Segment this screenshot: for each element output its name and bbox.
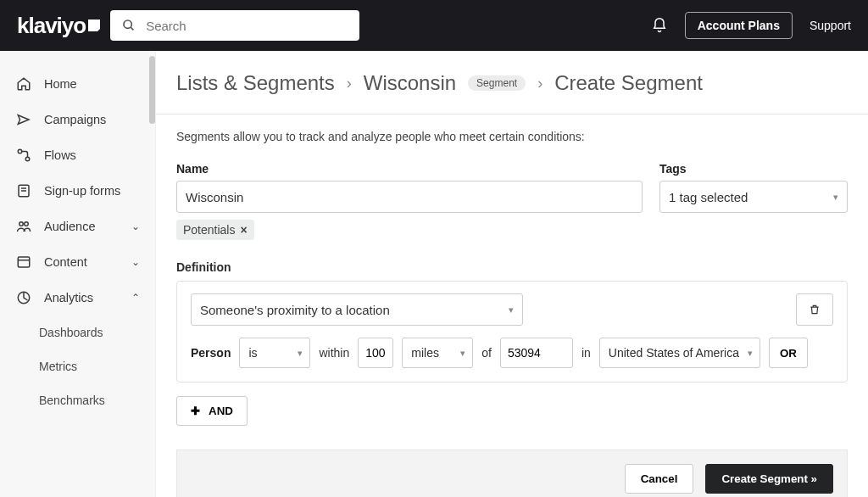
tags-select[interactable]: 1 tag selected ▾ (659, 181, 848, 213)
chevron-right-icon: › (347, 75, 352, 92)
condition-type-value: Someone's proximity to a location (200, 303, 390, 317)
sidebar-item-flows[interactable]: Flows (0, 137, 155, 173)
country-select[interactable]: United States of America (599, 338, 760, 368)
sidebar-sub-benchmarks[interactable]: Benchmarks (0, 383, 155, 417)
cancel-button[interactable]: Cancel (625, 464, 694, 494)
audience-icon (15, 219, 32, 234)
trash-icon (809, 303, 821, 316)
forms-icon (15, 183, 32, 198)
logo-text: klaviyo (17, 13, 86, 39)
sidebar-item-home[interactable]: Home (0, 66, 155, 102)
sidebar-item-content[interactable]: Content ⌄ (0, 244, 155, 280)
unit-select-value: miles (411, 346, 439, 360)
sidebar-item-label: Campaigns (44, 113, 106, 126)
svg-point-8 (19, 222, 24, 226)
svg-point-9 (25, 222, 29, 226)
sidebar-item-audience[interactable]: Audience ⌄ (0, 209, 155, 244)
sidebar-sub-metrics[interactable]: Metrics (0, 349, 155, 383)
svg-marker-2 (18, 115, 29, 125)
within-label: within (319, 346, 349, 360)
svg-line-1 (131, 27, 133, 30)
delete-condition-button[interactable] (796, 293, 833, 326)
segment-name-input[interactable] (176, 181, 643, 213)
sidebar: Home Campaigns Flows Sign-up forms Audie… (0, 51, 156, 497)
footer-bar: Cancel Create Segment » (176, 450, 848, 497)
sidebar-item-campaigns[interactable]: Campaigns (0, 102, 155, 137)
in-label: in (581, 346, 591, 360)
flows-icon (15, 148, 32, 163)
breadcrumb-leaf: Create Segment (554, 71, 703, 95)
chevron-down-icon: ⌄ (131, 221, 140, 232)
tags-select-value: 1 tag selected (669, 190, 748, 204)
content-icon (15, 254, 32, 270)
svg-point-0 (124, 20, 131, 28)
breadcrumb-segment[interactable]: Wisconsin (364, 71, 456, 95)
chevron-right-icon: › (537, 75, 542, 92)
account-plans-button[interactable]: Account Plans (685, 12, 793, 39)
name-label: Name (176, 162, 643, 176)
segment-pill: Segment (468, 75, 526, 91)
sidebar-item-label: Sign-up forms (44, 184, 120, 198)
of-label: of (481, 346, 492, 360)
search-icon (120, 19, 137, 32)
tag-chip[interactable]: Potentials × (176, 220, 254, 240)
sidebar-item-label: Home (44, 77, 77, 91)
unit-select[interactable]: miles (402, 338, 473, 368)
definition-box: Someone's proximity to a location ▾ Pers… (176, 281, 848, 383)
sidebar-item-label: Flows (44, 148, 76, 162)
breadcrumb-root[interactable]: Lists & Segments (176, 71, 335, 95)
svg-rect-10 (18, 257, 30, 267)
campaigns-icon (15, 112, 32, 127)
sidebar-item-analytics[interactable]: Analytics ⌃ (0, 280, 155, 316)
plus-icon: ✚ (191, 405, 200, 417)
logo-mark-icon (88, 20, 100, 31)
topbar: klaviyo Account Plans Support (0, 0, 868, 51)
sidebar-item-signup-forms[interactable]: Sign-up forms (0, 173, 155, 209)
definition-label: Definition (176, 260, 848, 274)
zip-input[interactable] (500, 338, 573, 368)
chevron-down-icon: ▾ (833, 192, 838, 203)
is-select[interactable]: is (239, 338, 310, 368)
sidebar-item-label: Audience (44, 220, 95, 233)
country-select-value: United States of America (609, 346, 739, 360)
chevron-down-icon: ⌄ (131, 256, 140, 268)
person-label: Person (191, 346, 231, 360)
search-input[interactable] (146, 19, 349, 33)
breadcrumb: Lists & Segments › Wisconsin Segment › C… (156, 51, 868, 114)
page-description: Segments allow you to track and analyze … (176, 130, 848, 143)
svg-point-4 (25, 157, 30, 161)
chevron-down-icon: ▾ (509, 304, 514, 316)
create-segment-button[interactable]: Create Segment » (705, 464, 833, 494)
sidebar-item-label: Content (44, 255, 87, 269)
and-label: AND (209, 405, 233, 417)
chevron-up-icon: ⌃ (131, 292, 140, 304)
main-content: Lists & Segments › Wisconsin Segment › C… (156, 51, 868, 497)
bell-icon[interactable] (651, 17, 668, 34)
svg-point-3 (18, 149, 22, 154)
tag-chip-label: Potentials (183, 223, 235, 237)
is-select-value: is (248, 346, 257, 360)
or-button[interactable]: OR (769, 338, 808, 368)
condition-type-select[interactable]: Someone's proximity to a location ▾ (191, 293, 523, 326)
tags-label: Tags (659, 162, 848, 176)
sidebar-scrollbar[interactable] (149, 56, 155, 124)
remove-tag-icon[interactable]: × (240, 223, 247, 237)
sidebar-item-label: Analytics (44, 291, 93, 304)
search-field[interactable] (110, 10, 359, 41)
analytics-icon (15, 290, 32, 305)
logo[interactable]: klaviyo (17, 13, 100, 39)
add-and-button[interactable]: ✚ AND (176, 396, 248, 426)
distance-input[interactable] (358, 338, 393, 368)
support-link[interactable]: Support (810, 19, 851, 32)
sidebar-sub-dashboards[interactable]: Dashboards (0, 316, 155, 349)
home-icon (15, 76, 32, 92)
